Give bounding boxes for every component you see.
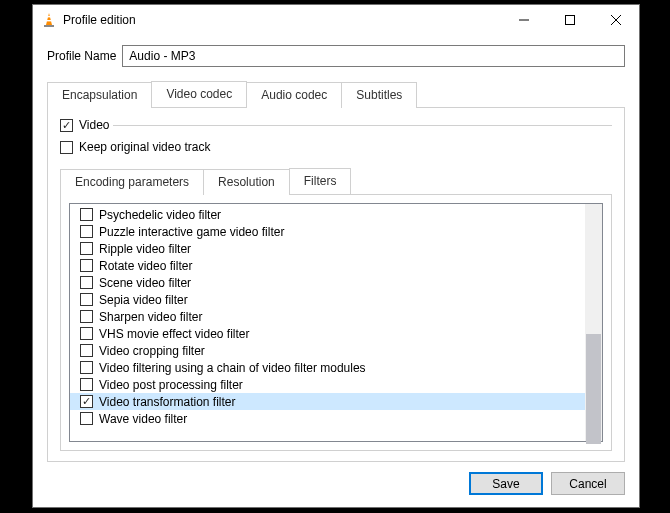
filter-item[interactable]: Video filtering using a chain of video f… — [70, 359, 585, 376]
filter-label: Wave video filter — [99, 412, 187, 426]
video-checkbox-label: Video — [79, 118, 109, 132]
sub-tabs: Encoding parameters Resolution Filters — [60, 168, 612, 194]
filter-listbox: Psychedelic video filterPuzzle interacti… — [69, 203, 603, 442]
vlc-cone-icon — [41, 12, 57, 28]
filter-item[interactable]: Sepia video filter — [70, 291, 585, 308]
tab-subtitles[interactable]: Subtitles — [341, 82, 417, 108]
filter-item[interactable]: Ripple video filter — [70, 240, 585, 257]
filter-checkbox[interactable] — [80, 412, 93, 425]
tab-body-video-codec: Video Keep original video track Encoding… — [47, 107, 625, 462]
profile-name-label: Profile Name — [47, 49, 116, 63]
main-tabs: Encapsulation Video codec Audio codec Su… — [47, 81, 625, 107]
subtab-filters[interactable]: Filters — [289, 168, 352, 194]
filter-checkbox[interactable] — [80, 310, 93, 323]
window-title: Profile edition — [63, 13, 136, 27]
video-group: Video Keep original video track Encoding… — [60, 118, 612, 451]
dialog-footer: Save Cancel — [33, 462, 639, 507]
save-button[interactable]: Save — [469, 472, 543, 495]
subtab-resolution[interactable]: Resolution — [203, 169, 290, 195]
svg-rect-1 — [44, 25, 54, 27]
filter-label: Rotate video filter — [99, 259, 192, 273]
scrollbar[interactable] — [585, 204, 602, 441]
filter-label: Video cropping filter — [99, 344, 205, 358]
filter-label: Puzzle interactive game video filter — [99, 225, 284, 239]
subtab-encoding[interactable]: Encoding parameters — [60, 169, 204, 195]
close-button[interactable] — [593, 5, 639, 35]
tab-video-codec[interactable]: Video codec — [151, 81, 247, 107]
keep-original-checkbox[interactable] — [60, 141, 73, 154]
filter-label: Sharpen video filter — [99, 310, 202, 324]
filter-item[interactable]: Video post processing filter — [70, 376, 585, 393]
maximize-button[interactable] — [547, 5, 593, 35]
keep-original-row: Keep original video track — [60, 140, 612, 154]
filter-item[interactable]: Rotate video filter — [70, 257, 585, 274]
filter-label: Psychedelic video filter — [99, 208, 221, 222]
dialog-content: Profile Name Encapsulation Video codec A… — [33, 35, 639, 462]
filter-checkbox[interactable] — [80, 293, 93, 306]
filter-label: Video transformation filter — [99, 395, 236, 409]
profile-name-row: Profile Name — [47, 45, 625, 67]
filter-checkbox[interactable] — [80, 378, 93, 391]
svg-line-7 — [611, 15, 621, 25]
filter-label: Sepia video filter — [99, 293, 188, 307]
profile-name-input[interactable] — [122, 45, 625, 67]
filter-checkbox[interactable] — [80, 225, 93, 238]
svg-rect-5 — [566, 16, 575, 25]
dialog-profile-edition: Profile edition Profile Name Encapsulati… — [32, 4, 640, 508]
filter-item[interactable]: Psychedelic video filter — [70, 206, 585, 223]
filter-label: Video filtering using a chain of video f… — [99, 361, 366, 375]
cancel-button[interactable]: Cancel — [551, 472, 625, 495]
filter-list: Psychedelic video filterPuzzle interacti… — [70, 204, 585, 441]
svg-marker-0 — [46, 13, 52, 25]
keep-original-label: Keep original video track — [79, 140, 210, 154]
filter-item[interactable]: VHS movie effect video filter — [70, 325, 585, 342]
filter-item[interactable]: Puzzle interactive game video filter — [70, 223, 585, 240]
filter-checkbox[interactable] — [80, 276, 93, 289]
filter-checkbox[interactable] — [80, 208, 93, 221]
filter-label: Ripple video filter — [99, 242, 191, 256]
svg-rect-2 — [47, 16, 51, 17]
filter-checkbox[interactable] — [80, 327, 93, 340]
minimize-button[interactable] — [501, 5, 547, 35]
filter-item[interactable]: Video cropping filter — [70, 342, 585, 359]
filter-label: VHS movie effect video filter — [99, 327, 250, 341]
tab-encapsulation[interactable]: Encapsulation — [47, 82, 152, 108]
filter-checkbox[interactable] — [80, 259, 93, 272]
filter-checkbox[interactable] — [80, 361, 93, 374]
video-checkbox[interactable] — [60, 119, 73, 132]
tab-audio-codec[interactable]: Audio codec — [246, 82, 342, 108]
filter-checkbox[interactable] — [80, 344, 93, 357]
subtab-body-filters: Psychedelic video filterPuzzle interacti… — [60, 194, 612, 451]
filter-item[interactable]: Sharpen video filter — [70, 308, 585, 325]
svg-line-6 — [611, 15, 621, 25]
filter-label: Video post processing filter — [99, 378, 243, 392]
filter-item[interactable]: Video transformation filter — [70, 393, 585, 410]
filter-checkbox[interactable] — [80, 242, 93, 255]
titlebar: Profile edition — [33, 5, 639, 35]
filter-item[interactable]: Wave video filter — [70, 410, 585, 427]
filter-item[interactable]: Scene video filter — [70, 274, 585, 291]
filter-label: Scene video filter — [99, 276, 191, 290]
scrollbar-thumb[interactable] — [586, 334, 601, 444]
filter-checkbox[interactable] — [80, 395, 93, 408]
svg-rect-3 — [47, 20, 52, 21]
